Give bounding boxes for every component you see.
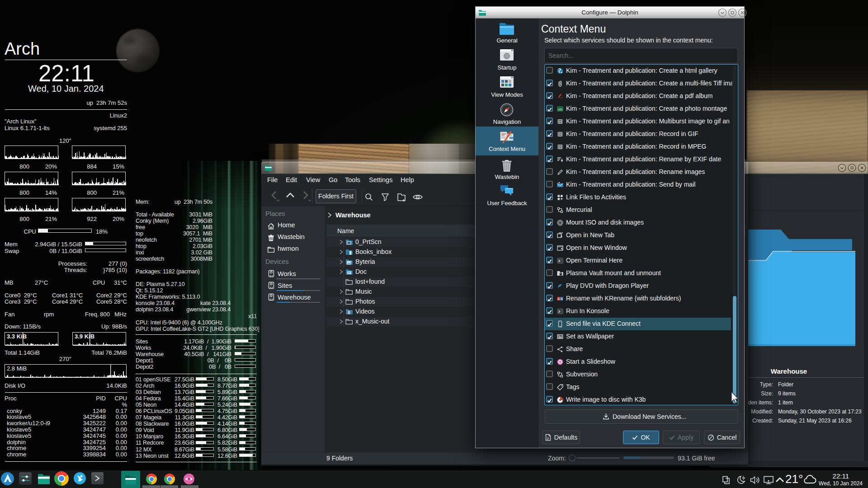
svg-text:A: A xyxy=(558,297,560,300)
svg-text:B: B xyxy=(561,297,562,300)
